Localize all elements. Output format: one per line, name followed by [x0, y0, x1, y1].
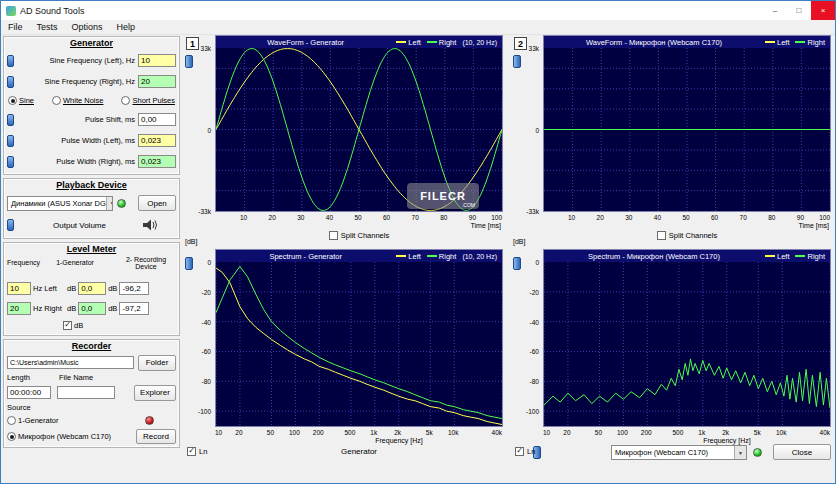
radio-source-generator[interactable]	[7, 416, 16, 425]
checkbox-icon[interactable]	[329, 231, 338, 240]
x-tick-label: 90	[469, 214, 476, 221]
chevron-down-icon[interactable]: ▼	[734, 446, 746, 459]
db-label: dB	[108, 304, 117, 313]
slider-thumb[interactable]	[7, 156, 14, 168]
pulse-shift-label: Pulse Shift, ms	[16, 115, 138, 124]
frequency-left-input[interactable]	[7, 282, 31, 295]
recorder-group: Recorder Folder Length File Name Explore…	[3, 339, 180, 448]
frequency-right-input[interactable]	[7, 302, 31, 315]
radio-white-noise[interactable]: White Noise	[52, 96, 103, 105]
x-axis-labels: 1020501002005001k2k5k10k40k	[543, 429, 831, 437]
pulse-shift-input[interactable]	[138, 113, 176, 126]
x-tick-label: 1k	[698, 429, 705, 436]
sine-frequency-left-label: Sine Frequency (Left), Hz	[16, 56, 138, 65]
x-tick-label: 90	[797, 214, 804, 221]
open-button[interactable]: Open	[138, 195, 176, 211]
x-tick-label: 40k	[820, 429, 830, 436]
playback-device-row: Динамики (ASUS Xonar DG ▼ Open	[7, 192, 176, 214]
record-path-input[interactable]	[7, 356, 134, 369]
radio-short-pulses[interactable]: Short Pulses	[121, 96, 175, 105]
pulse-shift-row: Pulse Shift, ms	[7, 109, 176, 130]
generator-title: Generator	[7, 38, 176, 50]
checkbox-icon[interactable]	[657, 231, 666, 240]
time-axis-title: Time [ms]	[761, 222, 829, 229]
pulse-width-right-input[interactable]	[138, 155, 176, 168]
frequency-axis-title: Frequency [Hz]	[255, 437, 543, 444]
close-button[interactable]: Close	[773, 444, 831, 460]
length-input	[7, 386, 51, 399]
x-tick-label: 70	[740, 214, 747, 221]
menu-tests[interactable]: Tests	[37, 22, 58, 32]
playback-device-combo[interactable]: Динамики (ASUS Xonar DG ▼	[7, 196, 113, 211]
pulse-width-left-label: Pulse Width (Left), ms	[16, 136, 138, 145]
sine-frequency-left-input[interactable]	[138, 54, 176, 67]
checkbox-icon[interactable]	[515, 447, 524, 456]
y-tick-label: -60	[202, 348, 211, 355]
series-right-line	[544, 359, 830, 408]
waveform-microphone-chart: WaveForm - Микрофон (Webcam C170)LeftRig…	[543, 35, 831, 212]
close-window-button[interactable]: ×	[811, 1, 835, 20]
pulse-width-right-row: Pulse Width (Right), ms	[7, 151, 176, 172]
legend-label: Left	[777, 252, 790, 261]
ln-checkbox-right[interactable]: Ln	[515, 447, 535, 456]
source-microphone-label: Микрофон (Webcam C170)	[18, 432, 111, 441]
sine-frequency-right-input[interactable]	[138, 75, 176, 88]
slider-thumb[interactable]	[7, 135, 14, 147]
x-tick-label: 40k	[492, 429, 502, 436]
chart-title: WaveForm - Микрофон (Webcam C170)	[549, 38, 759, 47]
menu-options[interactable]: Options	[72, 22, 103, 32]
y-axis-labels: 0-20-40-60-80-100	[515, 262, 541, 426]
checkbox-icon[interactable]	[187, 447, 196, 456]
slider-thumb[interactable]	[7, 55, 14, 67]
record-led	[145, 416, 154, 425]
y-tick-label: 0	[535, 259, 539, 266]
x-tick-label: 60	[711, 214, 718, 221]
minimize-button[interactable]: –	[763, 1, 787, 20]
legend-right: Right	[427, 38, 457, 47]
menu-file[interactable]: File	[8, 22, 23, 32]
file-name-input[interactable]	[57, 386, 115, 399]
control-panel: Generator Sine Frequency (Left), Hz Sine…	[3, 36, 180, 451]
radio-sine[interactable]: Sine	[8, 96, 34, 105]
folder-button[interactable]: Folder	[138, 355, 176, 371]
recording-device-led	[753, 448, 762, 457]
titlebar: AD Sound Tools – □ ×	[1, 1, 835, 20]
x-tick-label: 30	[297, 214, 304, 221]
chart-title: Spectrum - Микрофон (Webcam C170)	[549, 252, 759, 261]
x-tick-label: 20	[269, 214, 276, 221]
menu-help[interactable]: Help	[117, 22, 136, 32]
legend-swatch	[427, 255, 437, 257]
recording-device-combo[interactable]: Микрофон (Webcam C170) ▼	[611, 445, 747, 460]
y-tick-label: 0	[207, 127, 211, 134]
level-meter-row-right: Hz Right dB dB	[7, 298, 176, 318]
db-checkbox[interactable]	[63, 321, 72, 330]
slider-thumb[interactable]	[7, 76, 14, 88]
length-label: Length	[7, 373, 59, 382]
y-tick-label: -20	[202, 289, 211, 296]
playback-device-led	[117, 199, 126, 208]
split-channels-checkbox-right[interactable]: Split Channels	[543, 231, 831, 240]
y-tick-label: 33k	[529, 45, 539, 52]
y-axis-labels: 33k0-33k	[187, 48, 213, 211]
maximize-button[interactable]: □	[787, 1, 811, 20]
radio-icon[interactable]	[52, 96, 61, 105]
slider-thumb[interactable]	[7, 114, 14, 126]
pulse-width-left-input[interactable]	[138, 134, 176, 147]
radio-icon[interactable]	[8, 96, 17, 105]
plot-canvas	[216, 262, 502, 426]
db-label: dB	[67, 284, 76, 293]
explorer-button[interactable]: Explorer	[134, 385, 176, 401]
y-tick-label: 0	[535, 127, 539, 134]
record-button[interactable]: Record	[136, 429, 176, 444]
generator-level-left	[78, 282, 106, 295]
level-meter-row-left: Hz Left dB dB	[7, 278, 176, 298]
ln-checkbox-left[interactable]: Ln	[187, 447, 207, 456]
y-tick-label: -40	[530, 319, 539, 326]
split-channels-checkbox-left[interactable]: Split Channels	[215, 231, 503, 240]
chevron-down-icon[interactable]: ▼	[106, 197, 113, 210]
radio-icon[interactable]	[121, 96, 130, 105]
radio-source-microphone[interactable]	[7, 432, 16, 441]
x-tick-label: 50	[595, 429, 602, 436]
volume-slider-thumb[interactable]	[7, 219, 14, 231]
speaker-icon[interactable]	[143, 219, 158, 231]
